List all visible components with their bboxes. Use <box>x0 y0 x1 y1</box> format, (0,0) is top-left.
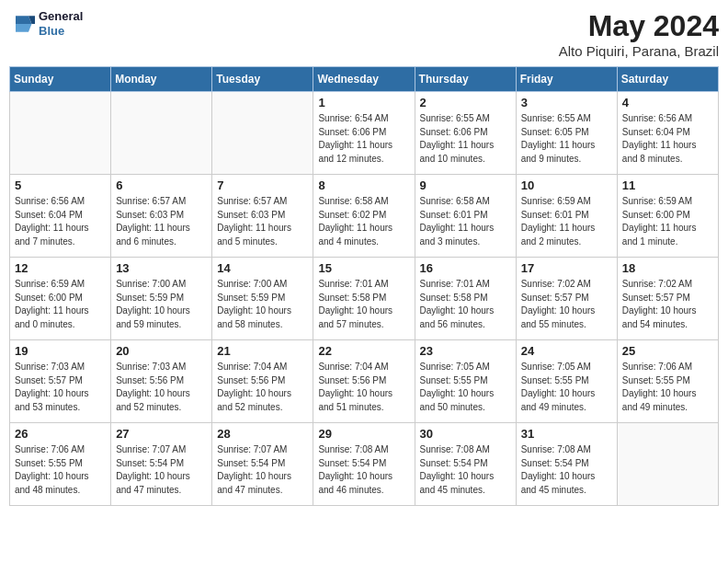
day-number: 24 <box>521 344 612 358</box>
calendar-cell: 18Sunrise: 7:02 AMSunset: 5:57 PMDayligh… <box>617 258 718 340</box>
calendar-week-row: 26Sunrise: 7:06 AMSunset: 5:55 PMDayligh… <box>10 423 719 506</box>
calendar-cell: 7Sunrise: 6:57 AMSunset: 6:03 PMDaylight… <box>212 175 313 258</box>
cell-info: Sunrise: 6:56 AMSunset: 6:04 PMDaylight:… <box>15 195 106 248</box>
logo: General Blue <box>9 9 83 38</box>
day-number: 7 <box>217 178 308 192</box>
cell-info: Sunrise: 7:06 AMSunset: 5:55 PMDaylight:… <box>622 361 713 414</box>
day-number: 2 <box>420 96 511 109</box>
cell-info: Sunrise: 7:04 AMSunset: 5:56 PMDaylight:… <box>318 361 409 414</box>
cell-info: Sunrise: 7:08 AMSunset: 5:54 PMDaylight:… <box>318 443 409 497</box>
calendar-cell: 13Sunrise: 7:00 AMSunset: 5:59 PMDayligh… <box>111 258 212 340</box>
weekday-header: Friday <box>516 67 617 92</box>
calendar-cell: 22Sunrise: 7:04 AMSunset: 5:56 PMDayligh… <box>313 340 415 423</box>
day-number: 5 <box>15 178 106 192</box>
calendar-cell: 27Sunrise: 7:07 AMSunset: 5:54 PMDayligh… <box>111 423 212 506</box>
calendar-cell: 4Sunrise: 6:56 AMSunset: 6:04 PMDaylight… <box>617 92 718 175</box>
day-number: 17 <box>521 261 612 275</box>
calendar-week-row: 12Sunrise: 6:59 AMSunset: 6:00 PMDayligh… <box>10 258 719 340</box>
cell-info: Sunrise: 6:58 AMSunset: 6:01 PMDaylight:… <box>420 195 511 248</box>
calendar-cell: 31Sunrise: 7:08 AMSunset: 5:54 PMDayligh… <box>516 423 617 506</box>
cell-info: Sunrise: 7:03 AMSunset: 5:57 PMDaylight:… <box>15 361 106 414</box>
cell-info: Sunrise: 7:05 AMSunset: 5:55 PMDaylight:… <box>521 361 612 414</box>
cell-info: Sunrise: 7:08 AMSunset: 5:54 PMDaylight:… <box>521 443 612 497</box>
day-number: 26 <box>15 427 106 441</box>
cell-info: Sunrise: 6:57 AMSunset: 6:03 PMDaylight:… <box>217 195 308 248</box>
cell-info: Sunrise: 7:07 AMSunset: 5:54 PMDaylight:… <box>217 443 308 497</box>
calendar-cell: 12Sunrise: 6:59 AMSunset: 6:00 PMDayligh… <box>10 258 111 340</box>
logo-line1: General <box>39 9 83 24</box>
cell-info: Sunrise: 7:06 AMSunset: 5:55 PMDaylight:… <box>15 443 106 497</box>
day-number: 30 <box>420 427 511 441</box>
day-number: 1 <box>318 96 409 109</box>
calendar-week-row: 5Sunrise: 6:56 AMSunset: 6:04 PMDaylight… <box>10 175 719 258</box>
day-number: 25 <box>622 344 713 358</box>
calendar-cell: 30Sunrise: 7:08 AMSunset: 5:54 PMDayligh… <box>415 423 516 506</box>
calendar-cell: 5Sunrise: 6:56 AMSunset: 6:04 PMDaylight… <box>10 175 111 258</box>
calendar-week-row: 19Sunrise: 7:03 AMSunset: 5:57 PMDayligh… <box>10 340 719 423</box>
day-number: 27 <box>116 427 207 441</box>
page-header: General Blue May 2024 Alto Piquiri, Para… <box>9 9 719 59</box>
day-number: 4 <box>622 96 713 109</box>
location-title: Alto Piquiri, Parana, Brazil <box>559 43 719 59</box>
calendar-header-row: SundayMondayTuesdayWednesdayThursdayFrid… <box>10 67 719 92</box>
calendar-cell <box>617 423 718 506</box>
logo-icon <box>9 11 35 37</box>
calendar-cell: 21Sunrise: 7:04 AMSunset: 5:56 PMDayligh… <box>212 340 313 423</box>
day-number: 3 <box>521 96 612 109</box>
cell-info: Sunrise: 7:07 AMSunset: 5:54 PMDaylight:… <box>116 443 207 497</box>
cell-info: Sunrise: 6:54 AMSunset: 6:06 PMDaylight:… <box>318 112 409 166</box>
cell-info: Sunrise: 6:56 AMSunset: 6:04 PMDaylight:… <box>622 112 713 166</box>
month-title: May 2024 <box>559 9 719 43</box>
day-number: 28 <box>217 427 308 441</box>
calendar-cell: 25Sunrise: 7:06 AMSunset: 5:55 PMDayligh… <box>617 340 718 423</box>
cell-info: Sunrise: 7:05 AMSunset: 5:55 PMDaylight:… <box>420 361 511 414</box>
cell-info: Sunrise: 6:57 AMSunset: 6:03 PMDaylight:… <box>116 195 207 248</box>
calendar-cell: 3Sunrise: 6:55 AMSunset: 6:05 PMDaylight… <box>516 92 617 175</box>
day-number: 11 <box>622 178 713 192</box>
logo-text: General Blue <box>39 9 83 38</box>
day-number: 9 <box>420 178 511 192</box>
calendar-cell: 16Sunrise: 7:01 AMSunset: 5:58 PMDayligh… <box>415 258 516 340</box>
day-number: 19 <box>15 344 106 358</box>
cell-info: Sunrise: 6:58 AMSunset: 6:02 PMDaylight:… <box>318 195 409 248</box>
day-number: 22 <box>318 344 409 358</box>
weekday-header: Saturday <box>617 67 718 92</box>
day-number: 12 <box>15 261 106 275</box>
day-number: 15 <box>318 261 409 275</box>
day-number: 8 <box>318 178 409 192</box>
weekday-header: Wednesday <box>313 67 415 92</box>
cell-info: Sunrise: 7:02 AMSunset: 5:57 PMDaylight:… <box>521 278 612 331</box>
calendar-cell: 29Sunrise: 7:08 AMSunset: 5:54 PMDayligh… <box>313 423 415 506</box>
calendar-cell: 24Sunrise: 7:05 AMSunset: 5:55 PMDayligh… <box>516 340 617 423</box>
cell-info: Sunrise: 6:55 AMSunset: 6:06 PMDaylight:… <box>420 112 511 166</box>
cell-info: Sunrise: 6:59 AMSunset: 6:00 PMDaylight:… <box>622 195 713 248</box>
title-area: May 2024 Alto Piquiri, Parana, Brazil <box>559 9 719 59</box>
calendar-cell: 14Sunrise: 7:00 AMSunset: 5:59 PMDayligh… <box>212 258 313 340</box>
calendar-table: SundayMondayTuesdayWednesdayThursdayFrid… <box>9 66 719 506</box>
day-number: 18 <box>622 261 713 275</box>
calendar-cell: 6Sunrise: 6:57 AMSunset: 6:03 PMDaylight… <box>111 175 212 258</box>
cell-info: Sunrise: 7:01 AMSunset: 5:58 PMDaylight:… <box>420 278 511 331</box>
calendar-cell: 15Sunrise: 7:01 AMSunset: 5:58 PMDayligh… <box>313 258 415 340</box>
day-number: 14 <box>217 261 308 275</box>
cell-info: Sunrise: 7:02 AMSunset: 5:57 PMDaylight:… <box>622 278 713 331</box>
calendar-cell <box>10 92 111 175</box>
cell-info: Sunrise: 6:59 AMSunset: 6:01 PMDaylight:… <box>521 195 612 248</box>
weekday-header: Monday <box>111 67 212 92</box>
cell-info: Sunrise: 7:04 AMSunset: 5:56 PMDaylight:… <box>217 361 308 414</box>
day-number: 31 <box>521 427 612 441</box>
calendar-cell <box>212 92 313 175</box>
calendar-cell: 10Sunrise: 6:59 AMSunset: 6:01 PMDayligh… <box>516 175 617 258</box>
calendar-cell: 20Sunrise: 7:03 AMSunset: 5:56 PMDayligh… <box>111 340 212 423</box>
logo-line2: Blue <box>39 24 83 39</box>
calendar-cell: 23Sunrise: 7:05 AMSunset: 5:55 PMDayligh… <box>415 340 516 423</box>
cell-info: Sunrise: 7:00 AMSunset: 5:59 PMDaylight:… <box>116 278 207 331</box>
calendar-cell: 11Sunrise: 6:59 AMSunset: 6:00 PMDayligh… <box>617 175 718 258</box>
day-number: 6 <box>116 178 207 192</box>
calendar-cell: 8Sunrise: 6:58 AMSunset: 6:02 PMDaylight… <box>313 175 415 258</box>
weekday-header: Thursday <box>415 67 516 92</box>
cell-info: Sunrise: 7:03 AMSunset: 5:56 PMDaylight:… <box>116 361 207 414</box>
cell-info: Sunrise: 6:59 AMSunset: 6:00 PMDaylight:… <box>15 278 106 331</box>
weekday-header: Sunday <box>10 67 111 92</box>
calendar-cell: 1Sunrise: 6:54 AMSunset: 6:06 PMDaylight… <box>313 92 415 175</box>
